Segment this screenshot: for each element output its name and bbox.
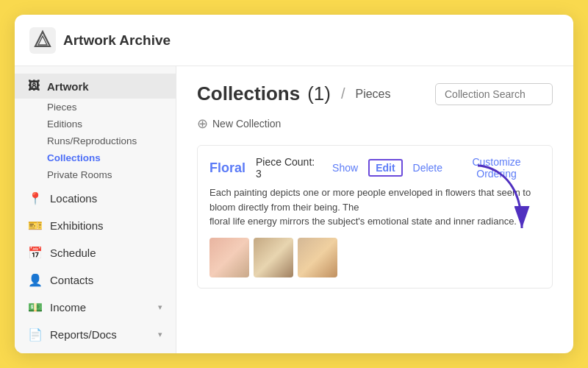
collection-thumbnails [209, 238, 540, 277]
sidebar-sub-artwork: Pieces Editions Runs/Reproductions Colle… [15, 99, 176, 183]
sidebar-sub-editions[interactable]: Editions [47, 116, 176, 132]
locations-icon: 📍 [28, 191, 43, 205]
sidebar-sub-private-rooms[interactable]: Private Rooms [47, 166, 176, 183]
header-pieces: Pieces [355, 88, 390, 101]
contacts-icon: 👤 [28, 273, 43, 287]
sidebar-item-artwork[interactable]: 🖼 Artwork [15, 74, 176, 99]
main-layout: 🖼 Artwork Pieces Editions Runs/Reproduct… [15, 66, 573, 353]
collection-card-header: Floral Piece Count: 3 Show Edit Delete C… [209, 156, 540, 180]
edit-button[interactable]: Edit [368, 159, 402, 177]
sidebar-sub-pieces[interactable]: Pieces [47, 99, 176, 116]
sidebar-item-exhibitions[interactable]: 🎫 Exhibitions [15, 212, 176, 239]
app-window: Artwork Archive 🖼 Artwork Pieces Edition… [15, 15, 573, 353]
sidebar-item-income[interactable]: 💵 Income ▾ [15, 294, 176, 321]
collection-card: Floral Piece Count: 3 Show Edit Delete C… [197, 145, 553, 289]
contacts-label: Contacts [50, 274, 93, 286]
collection-name[interactable]: Floral [209, 160, 245, 176]
income-label: Income [50, 301, 86, 314]
new-collection-label: New Collection [212, 118, 281, 130]
income-icon: 💵 [28, 300, 43, 314]
artwork-label: Artwork [47, 80, 89, 93]
sidebar-sub-runs[interactable]: Runs/Reproductions [47, 132, 176, 149]
piece-count: Piece Count: 3 [256, 156, 322, 180]
thumbnail-3 [298, 238, 337, 277]
sidebar-item-reports[interactable]: 📄 Reports/Docs ▾ [15, 321, 176, 348]
reports-label: Reports/Docs [50, 328, 117, 341]
thumbnail-2 [254, 238, 293, 277]
sidebar-item-locations[interactable]: 📍 Locations [15, 185, 176, 212]
thumbnail-1 [209, 238, 249, 277]
content-title-count: (1) [307, 82, 331, 105]
show-button[interactable]: Show [332, 162, 358, 174]
locations-label: Locations [50, 192, 97, 205]
content-title: Collections [197, 82, 300, 105]
income-chevron: ▾ [158, 302, 162, 312]
sidebar-section-artwork: 🖼 Artwork Pieces Editions Runs/Reproduct… [15, 74, 176, 183]
reports-chevron: ▾ [158, 330, 162, 339]
content-header: Collections (1) / Pieces [197, 82, 553, 105]
plus-icon: ⊕ [197, 116, 208, 132]
header-divider: / [341, 85, 345, 102]
schedule-label: Schedule [50, 247, 96, 259]
card-actions: Show Edit Delete Customize Ordering [332, 156, 540, 180]
content-area: Collections (1) / Pieces ⊕ New Collectio… [176, 66, 573, 353]
reports-icon: 📄 [28, 328, 43, 342]
exhibitions-label: Exhibitions [50, 219, 104, 232]
collection-description: Each painting depicts one or more people… [209, 185, 540, 229]
new-collection-button[interactable]: ⊕ New Collection [197, 116, 281, 132]
sidebar: 🖼 Artwork Pieces Editions Runs/Reproduct… [15, 66, 176, 353]
sidebar-item-schedule[interactable]: 📅 Schedule [15, 239, 176, 266]
sidebar-sub-collections[interactable]: Collections [47, 149, 176, 166]
app-logo-icon [29, 27, 56, 54]
schedule-icon: 📅 [28, 246, 43, 260]
topbar: Artwork Archive [15, 15, 573, 66]
customize-ordering-button[interactable]: Customize Ordering [453, 156, 540, 180]
artwork-icon: 🖼 [28, 79, 40, 93]
collection-search-input[interactable] [435, 83, 553, 105]
sidebar-item-contacts[interactable]: 👤 Contacts [15, 266, 176, 294]
delete-button[interactable]: Delete [413, 162, 442, 174]
app-title: Artwork Archive [63, 32, 171, 49]
exhibitions-icon: 🎫 [28, 219, 43, 233]
